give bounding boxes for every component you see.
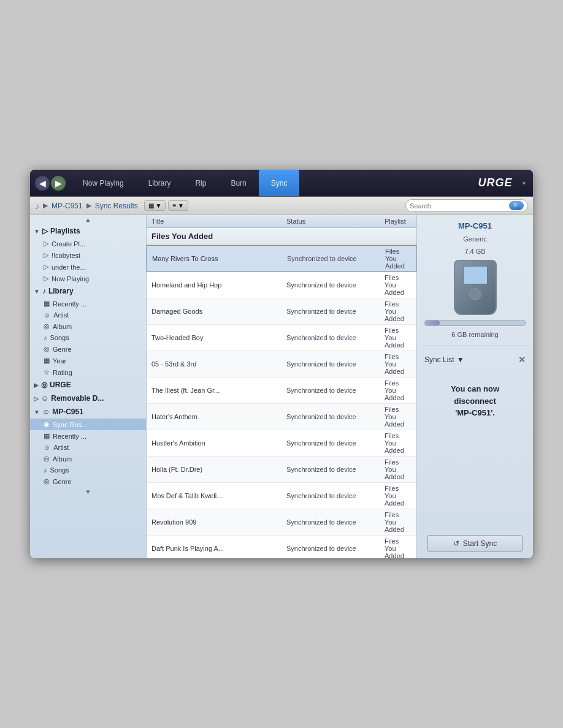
- sidebar-item-year[interactable]: ▦ Year: [30, 355, 146, 366]
- storage-progress-bar: [424, 320, 526, 326]
- songs-mpc-label: Songs: [50, 466, 69, 474]
- view-btn-2[interactable]: ≡ ▼: [168, 200, 188, 211]
- table-row[interactable]: The Illest (ft. Jean Gr... Synchronized …: [147, 377, 416, 404]
- search-button[interactable]: 🔍: [509, 201, 524, 210]
- music-icon: ♪: [35, 201, 39, 211]
- sidebar-item-genre[interactable]: ◎ Genre: [30, 343, 146, 355]
- sidebar-item-songs[interactable]: ♪ Songs: [30, 332, 146, 343]
- urge-section-icon: ◎: [41, 381, 47, 389]
- artist-mpc-icon: ☺: [44, 444, 50, 451]
- track-playlist: Files You Added: [385, 406, 412, 428]
- sidebar-item-cobytest[interactable]: ▷ !!cobytest: [30, 249, 146, 261]
- artist-icon: ☺: [44, 311, 50, 319]
- start-sync-button[interactable]: ↺ Start Sync: [427, 535, 523, 552]
- recently-mpc-label: Recently ...: [53, 433, 86, 440]
- table-row[interactable]: Two-Headed Boy Synchronized to device Fi…: [147, 325, 416, 351]
- tab-sync[interactable]: Sync: [259, 170, 300, 196]
- sidebar-item-album[interactable]: ◎ Album: [30, 320, 146, 332]
- table-row[interactable]: Daft Punk Is Playing A... Synchronized t…: [147, 536, 416, 558]
- sidebar-section-library[interactable]: ▼ ♪ Library: [30, 284, 146, 298]
- sync-icon: ↺: [453, 539, 459, 548]
- sync-list-close-btn[interactable]: ✕: [518, 355, 526, 365]
- sidebar-item-album-mpc[interactable]: ◎ Album: [30, 453, 146, 464]
- search-input[interactable]: [410, 202, 509, 210]
- track-playlist: Files You Added: [385, 274, 412, 296]
- songs-mpc-icon: ♪: [44, 466, 47, 474]
- sidebar-section-removable[interactable]: ▷ ☺ Removable D...: [30, 392, 146, 405]
- sidebar-item-recently[interactable]: ▦ Recently ...: [30, 298, 146, 309]
- header-title: Title: [151, 218, 286, 225]
- table-row[interactable]: Many Rivers To Cross Synchronized to dev…: [147, 245, 416, 272]
- forward-button[interactable]: ▶: [51, 176, 66, 191]
- sidebar-section-urge[interactable]: ▶ ◎ URGE: [30, 378, 146, 392]
- sidebar-section-mpc951[interactable]: ▼ ☺ MP-C951: [30, 405, 146, 419]
- sidebar-item-genre-mpc[interactable]: ◎ Genre: [30, 476, 146, 487]
- scroll-up-icon: ▲: [85, 216, 91, 223]
- sidebar-scroll-down[interactable]: ▼: [30, 487, 146, 496]
- sidebar-item-songs-mpc[interactable]: ♪ Songs: [30, 464, 146, 476]
- sidebar-section-playlists[interactable]: ▼ ▷ Playlists: [30, 224, 146, 238]
- tab-rip[interactable]: Rip: [183, 170, 218, 196]
- track-title: Many Rivers To Cross: [152, 255, 287, 262]
- track-playlist: Files You Added: [385, 485, 412, 507]
- create-pl-label: Create Pl...: [52, 240, 85, 248]
- table-row[interactable]: Damaged Goods Synchronized to device Fil…: [147, 298, 416, 325]
- sidebar-item-artist[interactable]: ☺ Artist: [30, 309, 146, 320]
- breadcrumb-controls: ▦ ▼ ≡ ▼: [144, 200, 188, 211]
- view-btn-1[interactable]: ▦ ▼: [144, 200, 166, 211]
- app-window: ◀ ▶ Now Playing Library Rip Burn Sync UR…: [30, 170, 533, 558]
- track-title: Hustler's Ambition: [151, 439, 286, 447]
- device-image: [454, 260, 497, 315]
- table-row[interactable]: Holla (Ft. Dr.Dre) Synchronized to devic…: [147, 457, 416, 483]
- library-section-icon: ♪: [42, 287, 46, 295]
- album-mpc-label: Album: [53, 455, 72, 463]
- back-button[interactable]: ◀: [35, 176, 50, 191]
- track-playlist: Files You Added: [385, 458, 412, 480]
- playlists-section-icon: ▷: [42, 227, 48, 235]
- table-row[interactable]: Hustler's Ambition Synchronized to devic…: [147, 430, 416, 457]
- sidebar-item-sync-results[interactable]: ◉ Sync Res...: [30, 419, 146, 430]
- under-label: under the...: [52, 264, 86, 271]
- storage-progress-fill: [425, 320, 440, 325]
- sidebar-item-rating[interactable]: ☆ Rating: [30, 366, 146, 378]
- album-mpc-icon: ◎: [44, 455, 50, 463]
- artist-mpc-label: Artist: [53, 444, 69, 451]
- track-title: Hater's Anthem: [151, 413, 286, 420]
- sync-list-dropdown-btn[interactable]: Sync List ▼: [424, 355, 464, 364]
- sync-list-header: Sync List ▼ ✕: [422, 354, 528, 366]
- nav-bar: ◀ ▶ Now Playing Library Rip Burn Sync UR…: [30, 170, 533, 197]
- tab-burn[interactable]: Burn: [218, 170, 258, 196]
- track-list: Many Rivers To Cross Synchronized to dev…: [147, 245, 416, 558]
- search-box: 🔍: [405, 199, 528, 212]
- main-content: ▲ ▼ ▷ Playlists ▷ Create Pl... ▷ !!cobyt…: [30, 215, 533, 558]
- table-row[interactable]: 05 - 53rd & 3rd Synchronized to device F…: [147, 351, 416, 377]
- nav-tabs: Now Playing Library Rip Burn Sync: [71, 170, 470, 196]
- sidebar-scroll-up[interactable]: ▲: [30, 215, 146, 224]
- table-row[interactable]: Homeland and Hip Hop Synchronized to dev…: [147, 272, 416, 298]
- divider: [422, 346, 528, 346]
- genre-label: Genre: [53, 346, 72, 353]
- table-row[interactable]: Hater's Anthem Synchronized to device Fi…: [147, 404, 416, 430]
- breadcrumb-mpc951[interactable]: MP-C951: [52, 202, 83, 210]
- track-status: Synchronized to device: [287, 255, 385, 262]
- table-row[interactable]: Revolution 909 Synchronized to device Fi…: [147, 509, 416, 536]
- start-sync-label: Start Sync: [463, 539, 497, 548]
- table-row[interactable]: Mos Def & Talib Kweli... Synchronized to…: [147, 483, 416, 509]
- sidebar-item-create-pl[interactable]: ▷ Create Pl...: [30, 238, 146, 249]
- tab-now-playing[interactable]: Now Playing: [71, 170, 136, 196]
- track-title: Holla (Ft. Dr.Dre): [151, 466, 286, 473]
- track-title: 05 - 53rd & 3rd: [151, 360, 286, 368]
- device-screen: [463, 266, 488, 284]
- sync-list-label-text: Sync List: [424, 355, 454, 364]
- sidebar-item-artist-mpc[interactable]: ☺ Artist: [30, 442, 146, 453]
- sidebar-item-now-playing[interactable]: ▷ Now Playing: [30, 273, 146, 284]
- track-status: Synchronized to device: [286, 308, 385, 315]
- track-status: Synchronized to device: [286, 492, 385, 499]
- tab-library[interactable]: Library: [136, 170, 183, 196]
- expand-icon[interactable]: »: [519, 180, 528, 186]
- genre-mpc-label: Genre: [53, 478, 72, 485]
- sidebar-item-under[interactable]: ▷ under the...: [30, 261, 146, 273]
- right-panel: MP-C951 Generic 7.4 GB 6 GB remaining Sy…: [416, 215, 533, 558]
- breadcrumb-sync-results[interactable]: Sync Results: [95, 202, 138, 210]
- sidebar-item-recently-mpc[interactable]: ▦ Recently ...: [30, 430, 146, 442]
